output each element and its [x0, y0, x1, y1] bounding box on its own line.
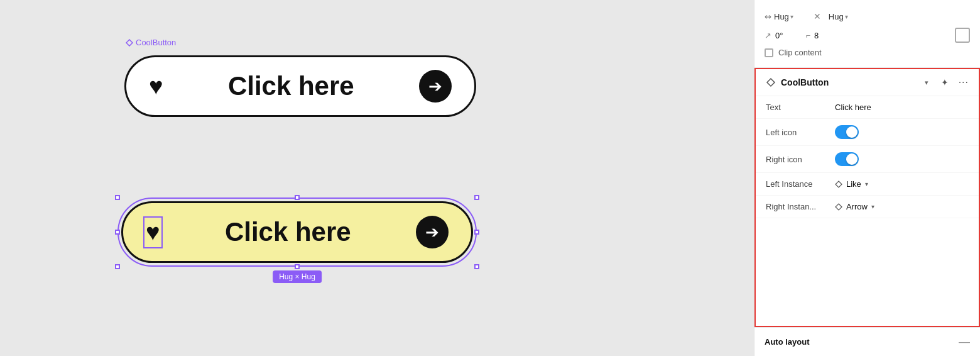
canvas: CoolButton ♥ Click here ➔ ♥ Click here ➔ [0, 0, 754, 356]
text-prop-value: Click here [835, 103, 969, 112]
left-instance-value: Like [846, 179, 861, 189]
cool-button-white[interactable]: ♥ Click here ➔ [124, 55, 476, 117]
selection-handles [117, 197, 477, 267]
left-instance-label: Left Instance [766, 179, 835, 189]
handle-mr[interactable] [474, 230, 479, 235]
hug-y-chevron: ▾ [845, 13, 848, 20]
hug-x-icon: ⇔ [765, 12, 771, 21]
clip-content-checkbox[interactable] [765, 48, 773, 57]
rotation-icon: ↗ [765, 31, 771, 40]
component-label-text: CoolButton [136, 38, 176, 47]
heart-icon: ♥ [149, 73, 163, 100]
corner-radius-icon: ⌐ [805, 31, 810, 40]
left-icon-toggle[interactable] [835, 125, 859, 139]
handle-tm[interactable] [295, 195, 300, 200]
right-instance-prop-row: Right Instan... Arrow ▾ [756, 196, 979, 218]
handle-bl[interactable] [115, 264, 120, 269]
auto-layout-dash: — [959, 335, 970, 348]
hug-row: ⇔ Hug ▾ ✕ Hug ▾ [765, 8, 970, 25]
right-icon-prop-row: Right icon [756, 146, 979, 173]
rotation-value: 0° [775, 31, 783, 40]
arrow-circle-icon: ➔ [419, 70, 452, 103]
component-header: CoolButton ▾ ✦ ··· [756, 69, 979, 96]
handle-bm[interactable] [295, 264, 300, 269]
right-instance-label: Right Instan... [766, 202, 835, 211]
move-icon[interactable]: ✦ [941, 77, 949, 87]
right-instance-diamond [835, 203, 842, 211]
cool-button-yellow-selected-wrapper: ♥ Click here ➔ Hug × Hug [121, 201, 473, 263]
close-x-icon: ✕ [814, 11, 821, 21]
button-yellow-wrapper: ♥ Click here ➔ Hug × Hug [121, 201, 473, 263]
right-instance-value: Arrow [846, 202, 868, 211]
clip-content-label: Clip content [778, 48, 822, 57]
component-diamond-icon [766, 77, 776, 87]
handle-tr[interactable] [474, 195, 479, 200]
component-name: CoolButton [781, 77, 918, 87]
more-options-icon[interactable]: ··· [959, 77, 969, 88]
left-instance-diamond [835, 181, 842, 188]
hug-badge: Hug × Hug [273, 270, 322, 283]
handle-br[interactable] [474, 264, 479, 269]
handle-tl[interactable] [115, 195, 120, 200]
panel-top: ⇔ Hug ▾ ✕ Hug ▾ ↗ 0° ⌐ 8 [754, 0, 980, 68]
hug-x-container: ⇔ Hug ▾ [765, 12, 793, 21]
hug-x-chevron: ▾ [790, 13, 793, 20]
handle-ml[interactable] [115, 230, 120, 235]
clip-content-row: Clip content [765, 45, 970, 60]
left-icon-label: Left icon [766, 128, 835, 137]
rotation-item: ↗ 0° [765, 31, 783, 40]
right-panel: ⇔ Hug ▾ ✕ Hug ▾ ↗ 0° ⌐ 8 [754, 0, 980, 356]
corner-radius-item: ⌐ 8 [805, 31, 819, 40]
arrow-icon: ➔ [428, 77, 442, 96]
hug-x-dropdown[interactable]: Hug ▾ [774, 12, 793, 21]
right-instance-dropdown[interactable]: Arrow ▾ [835, 202, 874, 211]
text-prop-row: Text Click here [756, 96, 979, 119]
component-properties-panel: CoolButton ▾ ✦ ··· Text Click here Left … [754, 68, 980, 327]
text-prop-label: Text [766, 103, 835, 112]
hug-y-label: Hug [829, 12, 844, 21]
diamond-icon [126, 39, 133, 47]
right-icon-toggle[interactable] [835, 152, 859, 166]
auto-layout-label: Auto layout [765, 337, 959, 347]
left-icon-prop-row: Left icon [756, 119, 979, 146]
auto-layout-footer: Auto layout — [754, 327, 980, 356]
button-text-white: Click here [173, 71, 409, 101]
right-instance-chevron: ▾ [871, 203, 874, 210]
corner-icon-box [955, 28, 970, 43]
left-instance-prop-row: Left Instance Like ▾ [756, 173, 979, 196]
component-name-chevron[interactable]: ▾ [925, 79, 928, 87]
right-icon-label: Right icon [766, 155, 835, 164]
corner-radius-value: 8 [814, 31, 819, 40]
button-white-wrapper: ♥ Click here ➔ [124, 55, 476, 117]
component-label: CoolButton [126, 38, 176, 47]
left-instance-chevron: ▾ [865, 181, 868, 187]
rotation-row: ↗ 0° ⌐ 8 [765, 25, 970, 45]
hug-x-label: Hug [774, 12, 789, 21]
left-instance-dropdown[interactable]: Like ▾ [835, 179, 868, 189]
hug-y-dropdown[interactable]: Hug ▾ [829, 12, 848, 21]
